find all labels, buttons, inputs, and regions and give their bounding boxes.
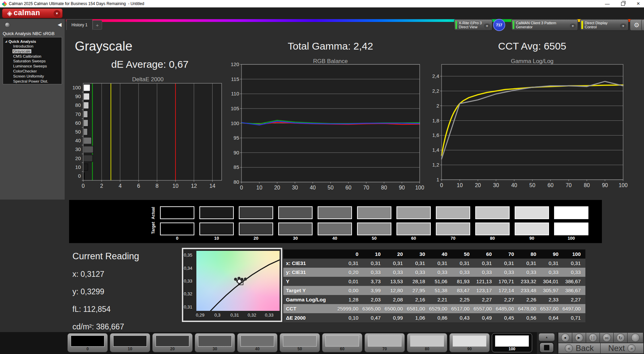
- sidebar-item-spectral-power-dist-[interactable]: Spectral Power Dist.: [12, 79, 62, 84]
- table-col-header-30: 30: [408, 249, 430, 259]
- window-pattern-icon: [544, 345, 549, 350]
- pattern-patch: [325, 335, 359, 347]
- cie-x-tick: 0,33: [262, 313, 276, 318]
- pattern-button-90[interactable]: 90: [449, 333, 490, 352]
- chevron-down-icon[interactable]: ▼: [484, 24, 490, 28]
- close-button[interactable]: ×: [633, 0, 644, 7]
- pattern-button-20[interactable]: 20: [152, 333, 193, 352]
- table-cell: 0,33: [408, 268, 430, 277]
- sidebar-item-cms-calibration[interactable]: CMS Calibration: [12, 54, 62, 59]
- pattern-button-80[interactable]: 80: [407, 333, 447, 352]
- pattern-options-up-button[interactable]: ▲: [539, 333, 555, 341]
- de-average: dE Average: 0,67: [99, 59, 200, 70]
- svg-text:30: 30: [75, 146, 81, 152]
- pattern-button-10[interactable]: 10: [110, 333, 150, 352]
- svg-text:0: 0: [240, 185, 243, 190]
- table-cell: 3,73: [363, 277, 385, 286]
- pattern-button-40[interactable]: 40: [237, 333, 278, 352]
- loop-button[interactable]: ∞: [600, 333, 614, 343]
- reading-y: y: 0,3299: [72, 287, 104, 296]
- sidebar-item-saturation-sweeps[interactable]: Saturation Sweeps: [12, 59, 62, 64]
- svg-text:20: 20: [75, 155, 81, 161]
- table-col-header-100: 100: [563, 249, 585, 259]
- panel-toggle-button[interactable]: ◀: [641, 19, 644, 31]
- pattern-button-70[interactable]: 70: [364, 333, 405, 352]
- sidebar-item-grayscale[interactable]: Grayscale: [12, 49, 62, 54]
- actual-swatch-70: [436, 206, 470, 219]
- back-button[interactable]: « Back: [558, 343, 601, 353]
- extra-button[interactable]: [627, 333, 643, 343]
- chart-title-total-gamma: Total Gamma: 2,42: [270, 40, 391, 52]
- calman-dropdown-icon[interactable]: ▼: [54, 10, 60, 17]
- add-tab-button[interactable]: +: [93, 20, 102, 30]
- svg-text:1: 1: [437, 177, 439, 182]
- expander-icon[interactable]: ◢: [5, 40, 7, 43]
- play-button[interactable]: ▶: [572, 333, 586, 343]
- sidebar-item-colorchecker[interactable]: ColorChecker: [12, 69, 62, 74]
- pattern-button-60[interactable]: 60: [322, 333, 362, 352]
- actual-row-label: Actual: [151, 207, 156, 219]
- next-button[interactable]: Next »: [601, 343, 643, 353]
- meter-read-count-badge[interactable]: 717: [493, 19, 505, 31]
- table-cell: 2,03: [363, 295, 385, 304]
- stop-button[interactable]: ■: [558, 333, 572, 343]
- sidebar-item-label: Spectral Power Dist.: [12, 79, 49, 83]
- chevron-down-icon[interactable]: ▼: [620, 24, 626, 28]
- svg-text:80: 80: [75, 102, 81, 108]
- svg-text:50: 50: [75, 129, 81, 135]
- target-swatch-70: [436, 223, 470, 235]
- table-col-header-70: 70: [496, 249, 519, 259]
- pattern-series-button[interactable]: [·]: [586, 333, 600, 343]
- refresh-button[interactable]: ↻: [614, 333, 627, 343]
- current-reading-title: Current Reading: [72, 251, 139, 262]
- tab-history-1[interactable]: History 1: [66, 19, 93, 30]
- display-control-button[interactable]: Direct Display Control ▼: [580, 19, 629, 31]
- table-cell: 0,86: [430, 313, 452, 322]
- pattern-window-button[interactable]: [539, 342, 554, 353]
- svg-text:30: 30: [292, 185, 298, 190]
- sidebar-item-introduction[interactable]: Introduction: [12, 44, 62, 49]
- table-cell: 0,31: [474, 259, 496, 268]
- sidebar-collapse-button[interactable]: ◀: [56, 21, 63, 28]
- sidebar-item-screen-uniformity[interactable]: Screen Uniformity: [12, 74, 62, 79]
- table-cell: 0,56: [519, 313, 541, 322]
- actual-swatch-0: [160, 206, 194, 219]
- calman-menu-button[interactable]: ◈ calman ▼: [2, 8, 63, 18]
- pattern-generator-button[interactable]: CalMAN Client 3 Pattern Generator ▼: [511, 19, 578, 31]
- pattern-button-100[interactable]: 100: [492, 333, 532, 352]
- target-swatch-20: [239, 223, 273, 235]
- cie-x-tick: 0,29: [193, 313, 207, 318]
- minimize-button[interactable]: —: [602, 0, 613, 7]
- actual-swatch-30: [278, 206, 313, 219]
- restore-button[interactable]: [617, 0, 629, 7]
- sidebar-item-luminance-sweeps[interactable]: Luminance Sweeps: [12, 64, 62, 69]
- cie-overlay: [196, 251, 280, 311]
- pattern-window-controls: ▲: [537, 332, 557, 354]
- tree-root[interactable]: ◢ Quick Analysis: [5, 39, 62, 44]
- chart-title-cct-avg: CCT Avg: 6505: [482, 40, 583, 52]
- pattern-button-50[interactable]: 50: [280, 333, 320, 352]
- sidebar-item-label: Screen Uniformity: [12, 74, 44, 78]
- pattern-button-label: 0: [68, 347, 107, 351]
- table-cell: 0,31: [408, 259, 430, 268]
- table-cell: 0,31: [496, 259, 519, 268]
- table-corner: [283, 249, 341, 259]
- cie-y-tick: 0,34: [181, 266, 192, 271]
- svg-text:1,4: 1,4: [432, 147, 439, 153]
- pattern-button-label: 10: [110, 347, 150, 351]
- svg-text:70: 70: [75, 111, 81, 117]
- table-cell: 2,25: [452, 295, 474, 304]
- svg-text:100: 100: [415, 185, 424, 190]
- svg-text:60: 60: [548, 182, 554, 188]
- svg-text:14: 14: [210, 183, 216, 189]
- pattern-button-label: 50: [280, 347, 320, 351]
- table-cell: 386,67: [563, 286, 585, 295]
- table-cell: 0,00: [341, 286, 363, 295]
- pattern-button-30[interactable]: 30: [195, 333, 235, 352]
- pattern-button-0[interactable]: 0: [67, 333, 108, 352]
- table-cell: 305,97: [541, 286, 563, 295]
- chevron-down-icon[interactable]: ▼: [570, 24, 576, 28]
- meter-select-button[interactable]: X-Rite i1Pro 3Direct View ▼: [454, 19, 492, 31]
- chart-title-grayscale: Grayscale: [75, 39, 132, 54]
- table-cell: 233,32: [519, 277, 541, 286]
